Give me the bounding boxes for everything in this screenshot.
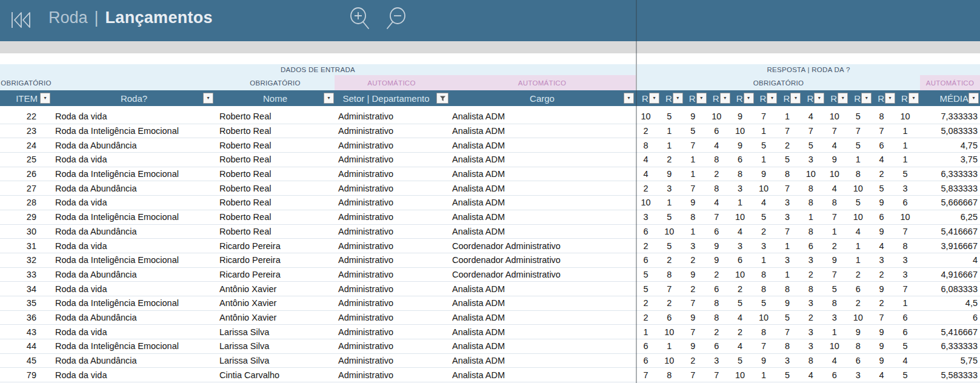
cell-r11[interactable]: 6 (873, 210, 896, 224)
cell-media[interactable]: 6,25 (920, 210, 980, 224)
cell-r1[interactable]: 2 (637, 124, 661, 138)
filter-dropdown-button-r3[interactable]: ▾ (696, 93, 707, 104)
cell-roda[interactable]: Roda da vida (52, 110, 216, 124)
cell-item[interactable]: 26 (0, 167, 52, 181)
cell-r1[interactable]: 6 (637, 354, 661, 368)
cell-r12[interactable]: 3 (896, 268, 920, 282)
cell-r4[interactable]: 9 (708, 253, 732, 267)
cell-item[interactable]: 44 (0, 339, 52, 353)
cell-r9[interactable]: 8 (825, 196, 849, 210)
filter-dropdown-button-r8[interactable]: ▾ (814, 93, 824, 104)
cell-r3[interactable]: 7 (684, 325, 708, 339)
cell-r10[interactable]: 6 (849, 282, 873, 296)
cell-r6[interactable]: 8 (755, 325, 779, 339)
cell-roda[interactable]: Roda da Abundância (52, 138, 216, 152)
cell-roda[interactable]: Roda da vida (52, 368, 216, 382)
cell-r8[interactable]: 8 (802, 354, 825, 368)
cell-r4[interactable]: 8 (708, 153, 732, 167)
cell-r6[interactable]: 5 (755, 296, 779, 310)
cell-media[interactable]: 6,333333 (920, 339, 980, 353)
cell-r10[interactable]: 2 (849, 296, 873, 310)
cell-cargo[interactable]: Analista ADM (448, 110, 636, 124)
cell-item[interactable]: 31 (0, 239, 52, 253)
cell-media[interactable]: 6,083333 (920, 282, 980, 296)
cell-roda[interactable]: Roda da Abundância (52, 225, 216, 239)
cell-media[interactable]: 3,916667 (920, 239, 980, 253)
cell-r11[interactable]: 2 (873, 296, 896, 310)
cell-r12[interactable]: 1 (896, 153, 920, 167)
cell-r8[interactable]: 8 (802, 282, 825, 296)
rewind-button[interactable] (10, 10, 32, 32)
cell-nome[interactable]: Cintia Carvalho (216, 368, 335, 382)
cell-setor[interactable]: Administrativo (335, 239, 448, 253)
filter-dropdown-button-r1[interactable]: ▾ (649, 93, 659, 104)
cell-r1[interactable]: 6 (637, 253, 661, 267)
cell-media[interactable]: 5,666667 (920, 196, 980, 210)
cell-r6[interactable]: 9 (755, 167, 779, 181)
cell-r2[interactable]: 5 (661, 110, 684, 124)
cell-cargo[interactable]: Coordenador Administrativo (448, 239, 636, 253)
cell-r6[interactable]: 5 (755, 210, 779, 224)
cell-r8[interactable]: 3 (802, 325, 825, 339)
column-header-r8[interactable]: R▾ (802, 90, 825, 106)
cell-roda[interactable]: Roda da Inteligência Emocional (52, 339, 216, 353)
cell-r5[interactable]: 1 (732, 196, 755, 210)
cell-r11[interactable]: 9 (873, 325, 896, 339)
cell-r7[interactable]: 1 (779, 239, 802, 253)
cell-r11[interactable]: 2 (873, 268, 896, 282)
cell-cargo[interactable]: Analista ADM (448, 210, 636, 224)
cell-setor[interactable]: Administrativo (335, 311, 448, 325)
cell-r2[interactable]: 1 (661, 196, 684, 210)
column-header-r10[interactable]: R1▾ (849, 90, 873, 106)
cell-r1[interactable]: 6 (637, 339, 661, 353)
cell-nome[interactable]: Ricardo Pereira (216, 239, 335, 253)
cell-r2[interactable]: 7 (661, 282, 684, 296)
cell-r1[interactable]: 8 (637, 138, 661, 152)
cell-r12[interactable]: 7 (896, 225, 920, 239)
cell-r7[interactable]: 9 (779, 296, 802, 310)
cell-r2[interactable]: 9 (661, 167, 684, 181)
cell-r1[interactable]: 10 (637, 196, 661, 210)
cell-r1[interactable]: 4 (637, 153, 661, 167)
cell-r5[interactable]: 8 (732, 167, 755, 181)
cell-nome[interactable]: Larissa Silva (216, 339, 335, 353)
cell-r8[interactable]: 4 (802, 110, 825, 124)
cell-r4[interactable]: 8 (708, 311, 732, 325)
cell-r1[interactable]: 2 (637, 239, 661, 253)
cell-r3[interactable]: 2 (684, 354, 708, 368)
cell-r1[interactable]: 5 (637, 282, 661, 296)
cell-r3[interactable]: 7 (684, 296, 708, 310)
cell-r4[interactable]: 6 (708, 225, 732, 239)
zoom-in-button[interactable] (348, 7, 373, 37)
cell-r10[interactable]: 10 (849, 210, 873, 224)
cell-r10[interactable]: 1 (849, 253, 873, 267)
cell-setor[interactable]: Administrativo (335, 153, 448, 167)
cell-r4[interactable]: 7 (708, 210, 732, 224)
cell-cargo[interactable]: Analista ADM (448, 282, 636, 296)
filter-dropdown-button-nome[interactable]: ▾ (324, 93, 334, 104)
cell-r6[interactable]: 7 (755, 339, 779, 353)
cell-media[interactable]: 5,416667 (920, 225, 980, 239)
cell-r8[interactable]: 8 (802, 225, 825, 239)
cell-r3[interactable]: 8 (684, 210, 708, 224)
cell-setor[interactable]: Administrativo (335, 138, 448, 152)
cell-setor[interactable]: Administrativo (335, 354, 448, 368)
cell-r2[interactable]: 2 (661, 296, 684, 310)
filter-dropdown-button-r4[interactable]: ▾ (720, 93, 730, 104)
cell-roda[interactable]: Roda da Inteligência Emocional (52, 253, 216, 267)
cell-media[interactable]: 5,083333 (920, 124, 980, 138)
cell-r3[interactable]: 7 (684, 138, 708, 152)
cell-setor[interactable]: Administrativo (335, 325, 448, 339)
cell-nome[interactable]: Roberto Real (216, 124, 335, 138)
cell-media[interactable]: 3,75 (920, 153, 980, 167)
cell-r3[interactable]: 9 (684, 311, 708, 325)
cell-nome[interactable]: Roberto Real (216, 181, 335, 195)
cell-nome[interactable]: Roberto Real (216, 138, 335, 152)
cell-item[interactable]: 29 (0, 210, 52, 224)
cell-r2[interactable]: 2 (661, 253, 684, 267)
cell-r11[interactable]: 4 (873, 368, 896, 382)
cell-r1[interactable]: 2 (637, 296, 661, 310)
cell-item[interactable]: 25 (0, 153, 52, 167)
cell-r5[interactable]: 10 (732, 124, 755, 138)
cell-r4[interactable]: 10 (708, 110, 732, 124)
